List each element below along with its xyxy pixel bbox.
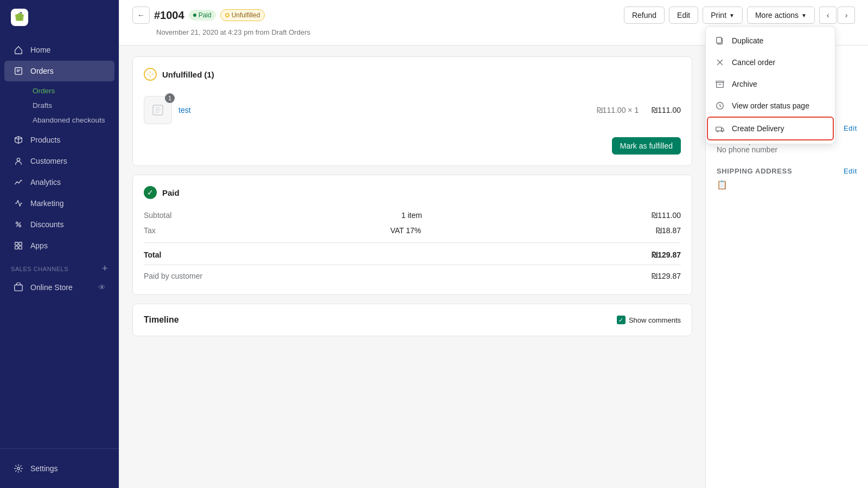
more-actions-dropdown: Duplicate Cancel order Archive View orde…: [705, 26, 835, 144]
sidebar-item-apps[interactable]: Apps: [4, 235, 114, 256]
svg-rect-8: [15, 285, 22, 291]
dropdown-item-create-delivery[interactable]: Create Delivery: [708, 118, 833, 139]
shipping-address-title: SHIPPING ADDRESS Edit: [717, 167, 857, 175]
analytics-icon: [13, 177, 24, 188]
main-content: ← #1004 Paid Unfulfilled Refund Edit Pri…: [119, 0, 868, 488]
duplicate-icon: [714, 35, 725, 46]
svg-rect-7: [19, 246, 22, 249]
paid-badge: Paid: [189, 10, 216, 21]
refund-button[interactable]: Refund: [624, 7, 665, 24]
dropdown-item-archive[interactable]: Archive: [706, 73, 835, 95]
svg-rect-5: [19, 242, 22, 245]
print-button[interactable]: Print ▼: [703, 7, 743, 24]
total-label: Total: [144, 251, 161, 259]
subtotal-label: Subtotal: [144, 211, 171, 220]
mark-fulfilled-button[interactable]: Mark as fulfilled: [612, 137, 681, 155]
svg-rect-0: [15, 68, 22, 75]
home-icon: [13, 44, 24, 55]
order-number: #1004: [154, 9, 184, 22]
add-sales-channel-icon[interactable]: +: [102, 263, 108, 274]
topbar-title-row: ← #1004 Paid Unfulfilled Refund Edit Pri…: [132, 7, 855, 24]
timeline-header: Timeline ✓ Show comments: [144, 315, 681, 325]
sidebar-item-marketing[interactable]: Marketing: [4, 193, 114, 214]
svg-point-2: [16, 222, 18, 224]
sidebar-logo: [0, 0, 119, 35]
sidebar: Home Orders Orders Drafts Abandoned chec…: [0, 0, 119, 488]
more-actions-button[interactable]: More actions ▼: [747, 7, 815, 24]
sidebar-item-discounts[interactable]: Discounts: [4, 214, 114, 235]
dropdown-item-view-status[interactable]: View order status page: [706, 95, 835, 117]
dropdown-item-duplicate[interactable]: Duplicate: [706, 30, 835, 52]
sidebar-item-label-online-store: Online Store: [30, 283, 73, 292]
tax-label: Tax: [144, 226, 156, 235]
back-button[interactable]: ←: [132, 7, 150, 24]
unfulfilled-card-header: Unfulfilled (1): [144, 68, 681, 81]
contact-edit-link[interactable]: Edit: [844, 124, 857, 132]
prev-order-button[interactable]: ‹: [819, 7, 837, 24]
item-total: ₪111.00: [652, 106, 681, 114]
shipping-address-section: SHIPPING ADDRESS Edit 📋: [717, 167, 857, 190]
next-order-button[interactable]: ›: [838, 7, 855, 24]
sidebar-item-settings[interactable]: Settings: [4, 458, 114, 479]
paid-dot: [193, 14, 196, 17]
svg-point-3: [19, 225, 21, 227]
sidebar-item-analytics[interactable]: Analytics: [4, 172, 114, 192]
sidebar-item-label-home: Home: [30, 46, 50, 54]
customers-icon: [13, 156, 24, 166]
logo-icon: [11, 9, 28, 26]
show-comments-toggle[interactable]: ✓ Show comments: [617, 316, 681, 324]
sales-channels-label: SALES CHANNELS +: [0, 256, 119, 277]
svg-point-15: [717, 131, 719, 132]
item-name[interactable]: test: [178, 106, 590, 114]
timeline-card: Timeline ✓ Show comments: [132, 304, 692, 336]
sidebar-item-products[interactable]: Products: [4, 130, 114, 150]
sidebar-item-label-analytics: Analytics: [30, 178, 61, 187]
topbar-actions: Refund Edit Print ▼ More actions ▼ ‹ ›: [624, 7, 855, 24]
shipping-address-content: 📋: [717, 179, 857, 190]
print-chevron-icon: ▼: [729, 12, 735, 18]
sidebar-item-customers[interactable]: Customers: [4, 151, 114, 171]
payment-row-total: Total ₪129.87: [144, 247, 681, 262]
paid-by-label: Paid by customer: [144, 272, 202, 280]
svg-point-1: [17, 158, 20, 161]
payment-row-tax: Tax VAT 17% ₪18.87: [144, 223, 681, 238]
item-qty-badge: 1: [165, 93, 175, 103]
products-icon: [13, 134, 24, 145]
settings-icon: [13, 463, 24, 474]
unfulfilled-card-title: Unfulfilled (1): [162, 70, 214, 79]
payment-card-title: Paid: [162, 188, 180, 197]
sidebar-subitem-orders-main[interactable]: Orders: [26, 84, 119, 98]
sidebar-item-label-marketing: Marketing: [30, 199, 63, 208]
unfulfilled-badge: Unfulfilled: [220, 9, 265, 21]
clipboard-icon[interactable]: 📋: [717, 180, 727, 189]
dropdown-item-cancel[interactable]: Cancel order: [706, 52, 835, 73]
dropdown-label-archive: Archive: [732, 80, 757, 88]
dropdown-label-cancel: Cancel order: [732, 58, 775, 67]
apps-icon: [13, 240, 24, 251]
subtotal-detail: 1 item: [401, 211, 422, 220]
sidebar-subitem-abandoned[interactable]: Abandoned checkouts: [26, 113, 119, 127]
more-actions-chevron-icon: ▼: [801, 12, 807, 18]
sidebar-subitem-drafts[interactable]: Drafts: [26, 98, 119, 113]
sidebar-item-online-store[interactable]: Online Store 👁: [4, 277, 114, 298]
paid-by-value: ₪129.87: [652, 272, 681, 280]
sidebar-item-home[interactable]: Home: [4, 40, 114, 60]
sidebar-item-label-apps: Apps: [30, 241, 48, 250]
unfulfilled-status-icon: [144, 68, 157, 81]
dropdown-label-duplicate: Duplicate: [732, 36, 763, 45]
sidebar-item-orders[interactable]: Orders: [4, 61, 114, 81]
shipping-edit-link[interactable]: Edit: [844, 167, 857, 175]
payment-card: ✓ Paid Subtotal 1 item ₪111.00 Tax VAT 1…: [132, 175, 692, 295]
svg-rect-11: [717, 37, 722, 43]
cancel-icon: [714, 57, 725, 68]
total-value: ₪129.87: [652, 251, 681, 259]
svg-point-16: [722, 131, 723, 132]
online-store-visibility-icon[interactable]: 👁: [98, 283, 106, 292]
topbar: ← #1004 Paid Unfulfilled Refund Edit Pri…: [119, 0, 868, 46]
sidebar-item-label-customers: Customers: [30, 157, 67, 165]
show-comments-label: Show comments: [629, 316, 681, 324]
svg-rect-4: [15, 242, 18, 245]
payment-row-paid-by: Paid by customer ₪129.87: [144, 265, 681, 284]
show-comments-checkbox[interactable]: ✓: [617, 316, 626, 324]
edit-button[interactable]: Edit: [669, 7, 698, 24]
